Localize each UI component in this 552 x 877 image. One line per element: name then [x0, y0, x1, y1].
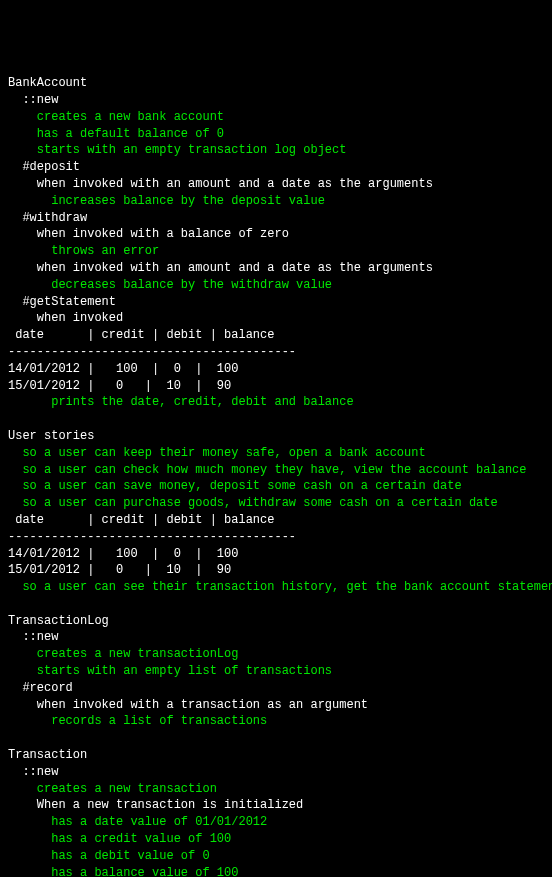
- output-line: creates a new transactionLog: [8, 646, 544, 663]
- output-line: throws an error: [8, 243, 544, 260]
- output-line: date | credit | debit | balance: [8, 327, 544, 344]
- output-line: so a user can save money, deposit some c…: [8, 478, 544, 495]
- output-line: User stories: [8, 428, 544, 445]
- output-line: date | credit | debit | balance: [8, 512, 544, 529]
- output-line: starts with an empty transaction log obj…: [8, 142, 544, 159]
- output-line: 14/01/2012 | 100 | 0 | 100: [8, 361, 544, 378]
- output-line: when invoked with a balance of zero: [8, 226, 544, 243]
- output-line: creates a new bank account: [8, 109, 544, 126]
- output-line: #deposit: [8, 159, 544, 176]
- output-line: has a debit value of 0: [8, 848, 544, 865]
- output-line: ::new: [8, 629, 544, 646]
- output-line: TransactionLog: [8, 613, 544, 630]
- output-line: has a credit value of 100: [8, 831, 544, 848]
- output-line: [8, 411, 544, 428]
- output-line: ----------------------------------------: [8, 529, 544, 546]
- output-line: [8, 596, 544, 613]
- output-line: 14/01/2012 | 100 | 0 | 100: [8, 546, 544, 563]
- output-line: 15/01/2012 | 0 | 10 | 90: [8, 562, 544, 579]
- output-line: records a list of transactions: [8, 713, 544, 730]
- output-line: when invoked with an amount and a date a…: [8, 176, 544, 193]
- output-line: so a user can see their transaction hist…: [8, 579, 544, 596]
- output-line: has a default balance of 0: [8, 126, 544, 143]
- output-line: has a date value of 01/01/2012: [8, 814, 544, 831]
- output-line: has a balance value of 100: [8, 865, 544, 877]
- output-line: when invoked: [8, 310, 544, 327]
- output-line: When a new transaction is initialized: [8, 797, 544, 814]
- output-line: prints the date, credit, debit and balan…: [8, 394, 544, 411]
- output-line: when invoked with an amount and a date a…: [8, 260, 544, 277]
- terminal-output: BankAccount ::new creates a new bank acc…: [8, 75, 544, 877]
- output-line: [8, 730, 544, 747]
- output-line: increases balance by the deposit value: [8, 193, 544, 210]
- output-line: creates a new transaction: [8, 781, 544, 798]
- output-line: when invoked with a transaction as an ar…: [8, 697, 544, 714]
- output-line: so a user can keep their money safe, ope…: [8, 445, 544, 462]
- output-line: ::new: [8, 92, 544, 109]
- output-line: ::new: [8, 764, 544, 781]
- output-line: so a user can check how much money they …: [8, 462, 544, 479]
- output-line: BankAccount: [8, 75, 544, 92]
- output-line: #record: [8, 680, 544, 697]
- output-line: #withdraw: [8, 210, 544, 227]
- output-line: ----------------------------------------: [8, 344, 544, 361]
- output-line: decreases balance by the withdraw value: [8, 277, 544, 294]
- output-line: starts with an empty list of transaction…: [8, 663, 544, 680]
- output-line: Transaction: [8, 747, 544, 764]
- output-line: #getStatement: [8, 294, 544, 311]
- output-line: 15/01/2012 | 0 | 10 | 90: [8, 378, 544, 395]
- output-line: so a user can purchase goods, withdraw s…: [8, 495, 544, 512]
